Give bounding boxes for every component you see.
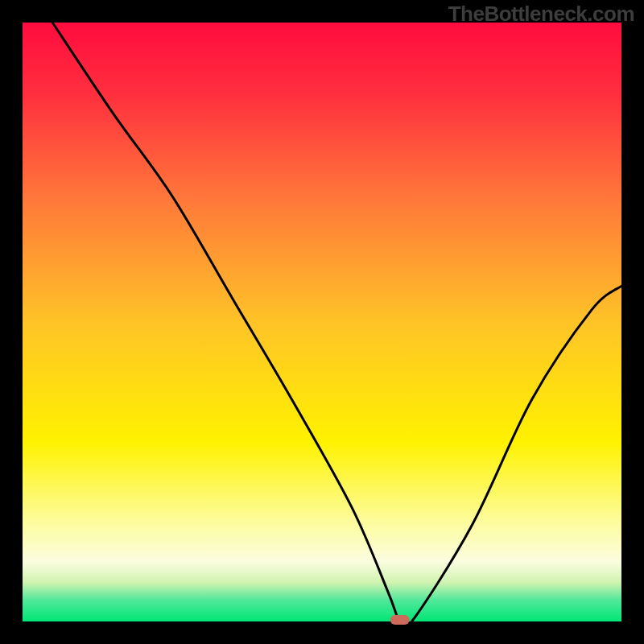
minimum-marker <box>390 615 410 625</box>
chart-container: { "watermark": "TheBottleneck.com", "col… <box>0 0 644 644</box>
watermark-text: TheBottleneck.com <box>448 2 634 27</box>
bottleneck-chart <box>0 0 644 644</box>
